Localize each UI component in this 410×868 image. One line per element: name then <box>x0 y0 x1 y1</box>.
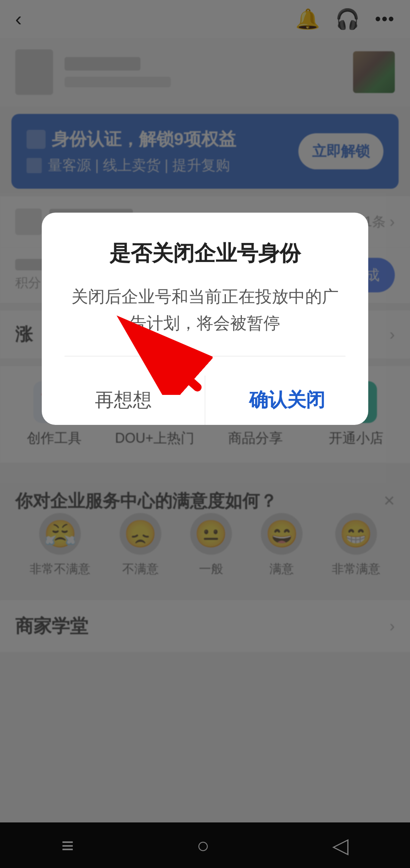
modal-overlay <box>0 0 410 868</box>
svg-line-1 <box>129 327 197 387</box>
red-arrow-annotation <box>106 311 213 395</box>
modal-confirm-button[interactable]: 确认关闭 <box>205 376 368 425</box>
modal-title: 是否关闭企业号身份 <box>65 239 345 268</box>
